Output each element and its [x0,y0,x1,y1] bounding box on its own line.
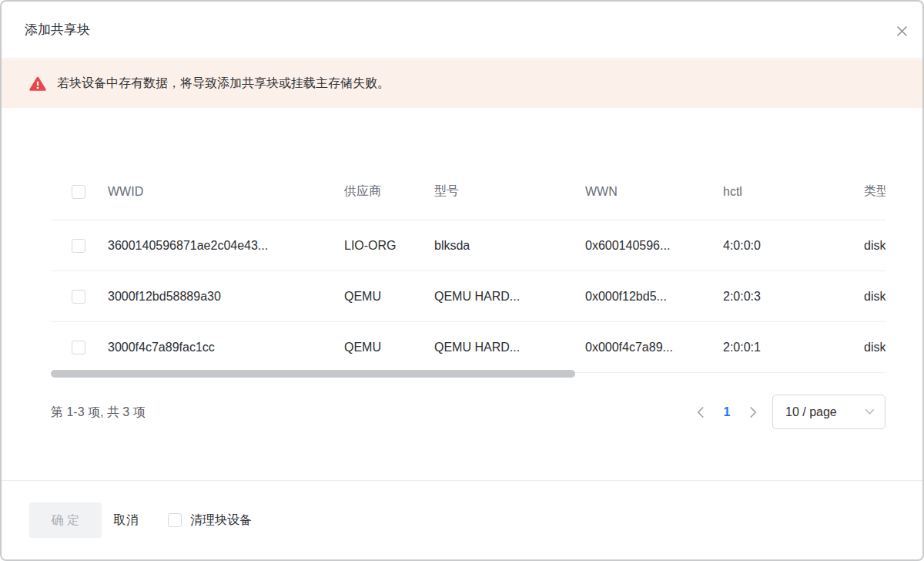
alert-banner: 若块设备中存有数据，将导致添加共享块或挂载主存储失败。 [2,59,922,108]
prev-page-button[interactable] [691,395,711,429]
cell-hctl: 2:0:0:1 [723,341,864,354]
cell-type: disk [864,239,886,253]
add-shared-block-dialog: 添加共享块 若块设备中存有数据，将导致添加共享块或挂载主存储失败。 WWID 供… [0,0,924,561]
next-page-button[interactable] [743,395,763,429]
row-checkbox-cell [51,341,108,354]
table-row: 3600140596871ae2c04e43... LIO-ORG blksda… [51,220,886,271]
cell-vendor: LIO-ORG [344,239,434,253]
cell-wwn: 0x600140596... [585,239,723,253]
row-checkbox-cell [51,290,108,304]
cell-hctl: 2:0:0:3 [723,290,864,304]
cell-wwid: 3000f12bd58889a30 [108,290,344,304]
dialog-footer: 确 定 取消 清理块设备 [2,480,922,559]
close-button[interactable] [890,19,913,42]
cell-type: disk [864,290,886,304]
row-checkbox-cell [51,239,108,253]
chevron-right-icon [749,406,757,418]
device-table: WWID 供应商 型号 WWN hctl 类型 3600140596871ae2… [51,163,886,373]
cell-hctl: 4:0:0:0 [723,239,864,253]
cell-type: disk [864,341,886,354]
cell-vendor: QEMU [344,290,434,304]
column-header-hctl: hctl [723,185,864,199]
ok-button[interactable]: 确 定 [29,502,102,538]
cell-model: blksda [434,239,585,253]
column-header-wwid: WWID [108,185,344,199]
horizontal-scrollbar-track[interactable] [51,369,886,378]
horizontal-scrollbar-thumb[interactable] [51,370,575,378]
cancel-button[interactable]: 取消 [113,512,139,529]
pagination-controls: 1 10 / page [691,395,886,429]
cleanup-checkbox-label[interactable]: 清理块设备 [190,512,252,529]
pagination-summary: 第 1-3 项, 共 3 项 [51,405,146,421]
row-checkbox[interactable] [72,290,85,304]
cell-wwn: 0x000f12bd5... [585,290,723,304]
dialog-title: 添加共享块 [25,2,90,59]
select-all-checkbox[interactable] [72,185,85,199]
x-icon [896,25,908,37]
row-checkbox[interactable] [72,239,85,253]
row-checkbox[interactable] [72,341,85,354]
table-header-row: WWID 供应商 型号 WWN hctl 类型 [51,163,886,220]
column-header-wwn: WWN [585,185,723,199]
table-row: 3000f12bd58889a30 QEMU QEMU HARD... 0x00… [51,271,886,322]
column-header-vendor: 供应商 [344,183,434,200]
cell-model: QEMU HARD... [434,341,585,354]
chevron-down-icon [865,408,875,415]
page-size-select[interactable]: 10 / page [772,395,886,429]
header-checkbox-cell [51,185,108,199]
cell-model: QEMU HARD... [434,290,585,304]
cell-vendor: QEMU [344,341,434,354]
cell-wwid: 3000f4c7a89fac1cc [108,341,344,354]
chevron-left-icon [697,406,705,418]
cell-wwid: 3600140596871ae2c04e43... [108,239,344,253]
current-page-button[interactable]: 1 [714,395,740,429]
page-size-value: 10 / page [785,405,837,419]
column-header-model: 型号 [434,183,585,200]
warning-triangle-icon [29,76,46,92]
table-row: 3000f4c7a89fac1cc QEMU QEMU HARD... 0x00… [51,322,886,373]
cleanup-checkbox[interactable] [168,513,182,527]
column-header-type: 类型 [864,183,886,200]
cell-wwn: 0x000f4c7a89... [585,341,723,354]
dialog-header: 添加共享块 [2,2,922,59]
alert-text: 若块设备中存有数据，将导致添加共享块或挂载主存储失败。 [57,76,390,92]
